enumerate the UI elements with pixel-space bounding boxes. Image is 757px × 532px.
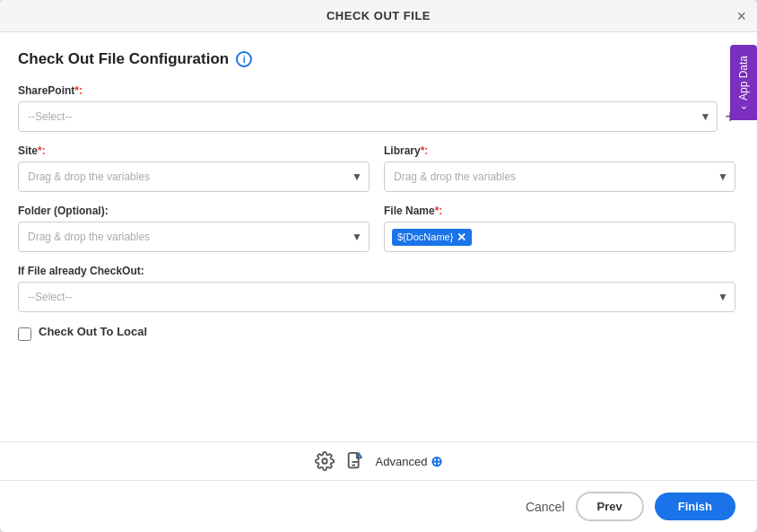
cancel-button[interactable]: Cancel [526,500,565,514]
folder-input[interactable]: Drag & drop the variables [18,222,370,252]
filename-field[interactable]: ${DocName} ✕ [384,222,735,252]
site-select-wrapper: Drag & drop the variables ▼ [18,161,370,192]
sharepoint-group: SharePoint*: --Select-- ▼ + [18,84,735,132]
section-heading: Check Out File Configuration i [18,50,735,68]
if-checkout-group: If File already CheckOut: --Select-- ▼ [18,265,735,312]
library-select-wrapper: Drag & drop the variables ▼ [384,161,735,192]
modal-close-button[interactable]: × [736,8,746,24]
advanced-plus-icon: ⊕ [431,453,442,470]
folder-label: Folder (Optional): [18,205,370,217]
sharepoint-label: SharePoint*: [18,84,735,97]
site-library-row: Site*: Drag & drop the variables ▼ Libra… [18,144,735,192]
info-icon[interactable]: i [236,51,252,67]
doc-icon [345,451,365,471]
site-group: Site*: Drag & drop the variables ▼ [18,144,370,192]
chevron-left-icon: ‹ [737,106,750,109]
checkout-local-label[interactable]: Check Out To Local [39,325,147,338]
library-label: Library*: [384,144,735,157]
gear-icon [315,451,335,471]
folder-select-wrapper: Drag & drop the variables ▼ [18,222,370,252]
section-title: Check Out File Configuration [18,50,229,68]
site-input[interactable]: Drag & drop the variables [18,161,370,192]
sharepoint-select[interactable]: --Select-- [18,101,718,132]
doc-button[interactable] [345,451,365,471]
advanced-button[interactable]: Advanced ⊕ [376,453,443,470]
modal-footer: Cancel Prev Finish [0,480,757,532]
app-data-label: App Data [737,56,750,100]
filename-group: File Name*: ${DocName} ✕ [384,205,735,252]
modal-titlebar: CHECK OUT FILE × [0,0,757,32]
modal-toolbar: Advanced ⊕ [0,441,757,480]
if-checkout-select[interactable]: --Select-- [18,282,735,312]
filename-label: File Name*: [384,205,735,217]
folder-group: Folder (Optional): Drag & drop the varia… [18,205,370,252]
if-checkout-label: If File already CheckOut: [18,265,735,277]
checkout-local-row: Check Out To Local [18,325,735,343]
library-input[interactable]: Drag & drop the variables [384,161,735,192]
gear-button[interactable] [315,451,335,471]
modal-title: CHECK OUT FILE [326,9,431,22]
folder-filename-row: Folder (Optional): Drag & drop the varia… [18,205,735,252]
prev-button[interactable]: Prev [576,492,644,521]
sharepoint-row: --Select-- ▼ + [18,101,735,132]
svg-point-0 [322,458,327,464]
if-checkout-select-wrapper: --Select-- ▼ [18,282,735,312]
modal-body: Check Out File Configuration i SharePoin… [0,32,757,441]
finish-button[interactable]: Finish [655,493,735,520]
sharepoint-select-wrapper: --Select-- ▼ [18,101,718,132]
site-label: Site*: [18,144,370,157]
filename-tag: ${DocName} ✕ [392,229,472,246]
checkout-local-checkbox[interactable] [18,327,31,341]
filename-tag-close[interactable]: ✕ [457,231,466,243]
library-group: Library*: Drag & drop the variables ▼ [384,144,735,192]
app-data-tab[interactable]: ‹ App Data [730,45,757,120]
advanced-label: Advanced [376,455,428,468]
modal-container: CHECK OUT FILE × ‹ App Data Check Out Fi… [0,0,757,532]
